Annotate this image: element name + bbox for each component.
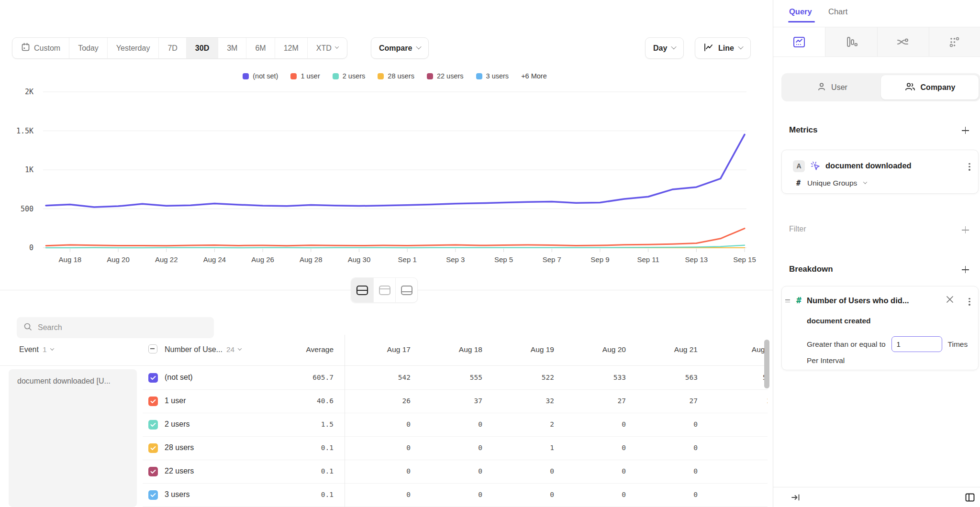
condition-value-input[interactable]: [891, 336, 942, 352]
chevron-down-icon: [238, 346, 242, 350]
row-average: 0.1: [276, 444, 334, 452]
series-line-1-user[interactable]: [46, 229, 745, 246]
row-label: 3 users: [165, 490, 189, 499]
add-filter-button[interactable]: [962, 226, 969, 234]
row-value: 37: [425, 397, 482, 405]
event-label: Event: [19, 345, 39, 354]
row-value: 27: [568, 397, 626, 405]
row-value: 26: [718, 397, 768, 405]
row-value: 0: [568, 420, 626, 428]
series-count: 24: [226, 345, 234, 354]
drag-handle-icon[interactable]: [785, 298, 790, 304]
close-icon[interactable]: [947, 296, 953, 303]
row-value: 0: [568, 467, 626, 475]
average-column-header: Average: [276, 345, 334, 354]
line-chart: 05001K1.5K2KAug 18Aug 20Aug 22Aug 24Aug …: [0, 0, 773, 268]
event-group-cell[interactable]: document downloaded [U...: [9, 369, 137, 507]
layout-bottom-button[interactable]: [395, 278, 417, 302]
row-value: 533: [568, 374, 626, 381]
y-axis-label: 1K: [25, 165, 33, 174]
row-value: 542: [353, 374, 411, 381]
row-label: (not set): [165, 373, 193, 382]
condition-label: Greater than or equal to: [807, 340, 886, 349]
bar-chart-icon[interactable]: [825, 27, 877, 56]
breakdown-condition-row: Greater than or equal to Times: [807, 336, 968, 352]
user-icon: [817, 82, 826, 93]
search-input[interactable]: [38, 323, 196, 332]
row-checkbox[interactable]: [148, 490, 158, 500]
row-value: 0: [425, 467, 482, 475]
scope-user-option[interactable]: User: [783, 75, 881, 99]
collapse-panel-icon[interactable]: [791, 493, 801, 504]
panel-bottom-bar: [773, 487, 980, 507]
tab-chart[interactable]: Chart: [828, 7, 847, 16]
row-average: 0.1: [276, 467, 334, 475]
metric-event-name[interactable]: document downloaded: [825, 161, 912, 170]
row-value: 0: [718, 467, 768, 475]
x-axis-label: Aug 20: [107, 255, 130, 264]
row-value: 32: [497, 397, 554, 405]
row-label: 2 users: [165, 420, 189, 429]
add-breakdown-button[interactable]: [962, 266, 969, 274]
y-axis-label: 2K: [25, 88, 33, 96]
event-click-icon: [810, 160, 822, 175]
tab-query[interactable]: Query: [789, 7, 812, 16]
per-interval-label[interactable]: Per Interval: [807, 356, 845, 365]
date-column-header: Aug 21: [640, 345, 698, 354]
flow-icon[interactable]: [877, 27, 929, 56]
row-value: 0: [425, 444, 482, 452]
row-checkbox[interactable]: [148, 373, 158, 383]
y-axis-label: 1.5K: [16, 127, 33, 135]
chevron-down-icon: [863, 180, 867, 184]
breakdown-card[interactable]: # Number of Users who did... document cr…: [781, 286, 979, 370]
select-all-checkbox[interactable]: [148, 344, 157, 353]
matrix-icon[interactable]: [929, 27, 980, 56]
date-column-header: Aug 20: [568, 345, 626, 354]
filter-title: Filter: [789, 225, 806, 233]
row-checkbox[interactable]: [148, 467, 158, 476]
x-axis-label: Sep 3: [446, 255, 465, 264]
main-area: CustomTodayYesterday7D30D3M6M12MXTD Comp…: [0, 0, 773, 507]
scope-company-option[interactable]: Company: [881, 75, 979, 99]
condition-suffix: Times: [948, 340, 968, 349]
kebab-menu-icon[interactable]: [969, 162, 970, 172]
date-column-header: Aug 19: [497, 345, 554, 354]
row-value: 0: [353, 467, 411, 475]
search-icon: [23, 322, 32, 333]
row-value: 0: [640, 420, 698, 428]
side-panel-icon[interactable]: [964, 492, 976, 505]
row-value: 555: [425, 374, 482, 381]
row-value: 2: [497, 420, 554, 428]
row-checkbox[interactable]: [148, 443, 158, 453]
metric-measure-row[interactable]: # Unique Groups: [796, 179, 867, 187]
series-line--not-set-[interactable]: [46, 134, 745, 207]
layout-top-button[interactable]: [373, 278, 395, 302]
row-value: 0: [640, 444, 698, 452]
row-value: 0: [718, 491, 768, 498]
scope-company-label: Company: [921, 83, 956, 92]
numeric-hash-icon: #: [796, 295, 802, 305]
date-column-header: Aug 17: [353, 345, 411, 354]
kebab-menu-icon[interactable]: [969, 297, 970, 307]
y-axis-label: 0: [29, 243, 33, 252]
series-column-header[interactable]: Number of Use... 24: [165, 345, 241, 354]
layout-split-button[interactable]: [351, 278, 373, 302]
x-axis-label: Sep 13: [685, 255, 708, 264]
row-value: 1: [497, 444, 554, 452]
row-checkbox[interactable]: [148, 397, 158, 406]
table-scrollbar[interactable]: [764, 340, 769, 388]
breakdown-event-name[interactable]: document created: [807, 317, 871, 325]
hash-icon: #: [796, 179, 801, 187]
add-metric-button[interactable]: [962, 127, 969, 134]
x-axis-label: Aug 24: [203, 255, 226, 264]
row-value: 0: [353, 420, 411, 428]
row-average: 1.5: [276, 420, 334, 428]
y-axis-label: 500: [21, 205, 33, 213]
line-chart-icon[interactable]: [773, 27, 825, 56]
row-checkbox[interactable]: [148, 420, 158, 430]
metric-card[interactable]: A document downloaded # Unique Groups: [781, 150, 979, 194]
x-axis-label: Aug 22: [155, 255, 178, 264]
event-column-header[interactable]: Event 1: [19, 345, 54, 354]
layout-toggle-group: [351, 277, 418, 303]
series-label: Number of Use...: [165, 345, 223, 354]
